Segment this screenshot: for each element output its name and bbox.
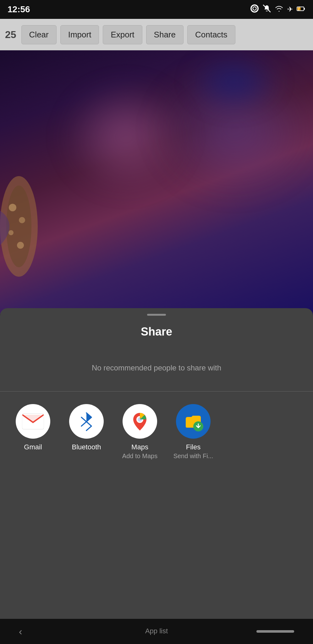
export-button[interactable]: Export	[103, 25, 142, 44]
maps-sublabel: Add to Maps	[122, 452, 157, 460]
battery-icon	[297, 5, 305, 14]
bluetooth-label: Bluetooth	[72, 443, 101, 451]
share-button[interactable]: Share	[146, 25, 184, 44]
bluetooth-app-item[interactable]: Bluetooth	[66, 404, 107, 451]
gmail-label: Gmail	[24, 443, 42, 451]
svg-rect-5	[304, 8, 305, 10]
files-icon-circle	[176, 404, 211, 439]
toolbar: 25 Clear Import Export Share Contacts	[0, 19, 313, 50]
bluetooth-icon-circle	[69, 404, 104, 439]
apps-row: Gmail Bluetooth	[0, 391, 313, 466]
status-bar: 12:56 ✈	[0, 0, 313, 19]
notification-off-icon	[263, 4, 271, 14]
gmail-icon	[22, 413, 44, 430]
contacts-button[interactable]: Contacts	[187, 25, 235, 44]
svg-point-2	[253, 7, 256, 10]
share-title: Share	[141, 325, 172, 338]
maps-app-item[interactable]: Maps Add to Maps	[119, 404, 160, 460]
maps-icon-circle	[123, 404, 157, 439]
background-image	[0, 50, 313, 314]
airplane-icon: ✈	[287, 5, 293, 14]
fish-silhouette	[0, 164, 57, 289]
no-recommended-text: No recommended people to share with	[92, 364, 221, 372]
bottom-nav: ‹ App list	[0, 619, 313, 644]
maps-icon	[128, 410, 151, 433]
svg-point-10	[9, 204, 16, 211]
svg-point-11	[19, 217, 25, 223]
maps-label: Maps	[131, 443, 148, 451]
wifi-icon	[275, 5, 283, 14]
svg-point-9	[6, 186, 31, 267]
home-pill[interactable]	[256, 630, 294, 633]
svg-point-12	[8, 230, 14, 235]
share-sheet: Share No recommended people to share wit…	[0, 308, 313, 619]
back-button[interactable]: ‹	[19, 626, 22, 637]
drag-handle[interactable]	[147, 314, 166, 316]
clear-button[interactable]: Clear	[21, 25, 57, 44]
bluetooth-icon	[78, 410, 95, 432]
toolbar-number: 25	[5, 29, 16, 41]
files-icon	[182, 410, 205, 433]
files-app-item[interactable]: Files Send with Fi...	[173, 404, 214, 460]
svg-point-16	[138, 417, 142, 422]
files-label: Files	[186, 443, 200, 451]
import-button[interactable]: Import	[60, 25, 99, 44]
gmail-app-item[interactable]: Gmail	[13, 404, 53, 451]
files-sublabel: Send with Fi...	[173, 452, 213, 460]
status-time: 12:56	[8, 4, 30, 14]
app-list-label: App list	[145, 627, 168, 635]
app-icon	[250, 4, 259, 15]
status-icons: ✈	[250, 4, 305, 15]
gmail-icon-circle	[16, 404, 50, 439]
svg-point-13	[17, 242, 24, 249]
